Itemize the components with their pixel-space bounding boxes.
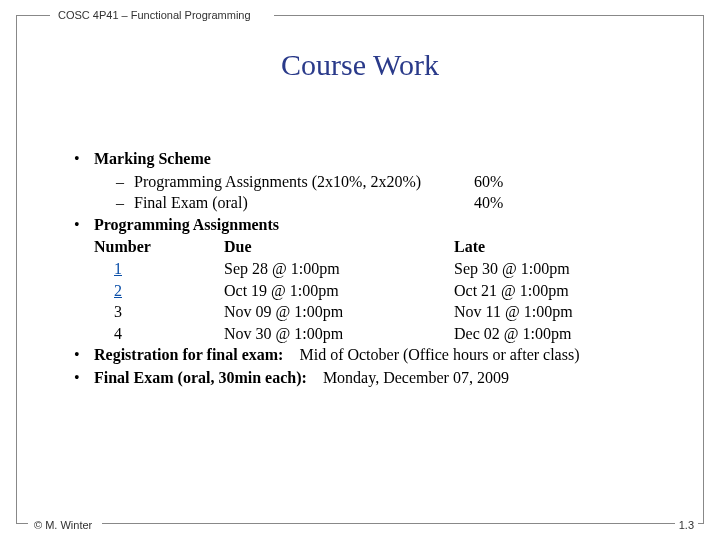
- col-header-due: Due: [224, 236, 454, 258]
- assignment-link[interactable]: 1: [114, 260, 122, 277]
- marking-heading: Marking Scheme: [94, 148, 672, 170]
- registration-label: Registration for final exam:: [94, 346, 283, 363]
- slide-number: 1.3: [675, 519, 698, 531]
- frame-line: [703, 15, 704, 524]
- scheme-item-pct: 40%: [474, 192, 503, 214]
- table-row: 4 Nov 30 @ 1:00pm Dec 02 @ 1:00pm: [94, 323, 672, 345]
- frame-line: [16, 15, 17, 524]
- col-header-late: Late: [454, 236, 672, 258]
- late-cell: Oct 21 @ 1:00pm: [454, 280, 672, 302]
- frame-line: [102, 523, 680, 524]
- due-cell: Nov 09 @ 1:00pm: [224, 301, 454, 323]
- bullet-icon: •: [72, 344, 94, 366]
- late-cell: Dec 02 @ 1:00pm: [454, 323, 672, 345]
- bullet-icon: •: [72, 214, 94, 236]
- frame-line: [16, 15, 50, 16]
- table-row: 2 Oct 19 @ 1:00pm Oct 21 @ 1:00pm: [94, 280, 672, 302]
- frame-line: [698, 523, 704, 524]
- table-row: 3 Nov 09 @ 1:00pm Nov 11 @ 1:00pm: [94, 301, 672, 323]
- registration-value: Mid of October (Office hours or after cl…: [299, 346, 579, 363]
- scheme-item-pct: 60%: [474, 171, 503, 193]
- assignment-link[interactable]: 2: [114, 282, 122, 299]
- due-cell: Oct 19 @ 1:00pm: [224, 280, 454, 302]
- scheme-item-label: Programming Assignments (2x10%, 2x20%): [134, 171, 474, 193]
- assignment-number: 3: [114, 303, 122, 320]
- assignment-number: 4: [114, 325, 122, 342]
- table-row: 1 Sep 28 @ 1:00pm Sep 30 @ 1:00pm: [94, 258, 672, 280]
- late-cell: Sep 30 @ 1:00pm: [454, 258, 672, 280]
- footer-copyright: © M. Winter: [30, 519, 96, 531]
- scheme-item-label: Final Exam (oral): [134, 192, 474, 214]
- slide-content: • Marking Scheme – Programming Assignmen…: [72, 148, 672, 390]
- assignments-heading: Programming Assignments: [94, 214, 672, 236]
- due-cell: Nov 30 @ 1:00pm: [224, 323, 454, 345]
- late-cell: Nov 11 @ 1:00pm: [454, 301, 672, 323]
- course-header: COSC 4P41 – Functional Programming: [54, 9, 255, 21]
- dash-icon: –: [116, 192, 134, 214]
- final-exam-value: Monday, December 07, 2009: [323, 369, 509, 386]
- final-exam-label: Final Exam (oral, 30min each):: [94, 369, 307, 386]
- dash-icon: –: [116, 171, 134, 193]
- frame-line: [16, 523, 28, 524]
- bullet-icon: •: [72, 148, 94, 170]
- col-header-number: Number: [94, 236, 224, 258]
- due-cell: Sep 28 @ 1:00pm: [224, 258, 454, 280]
- bullet-icon: •: [72, 367, 94, 389]
- frame-line: [274, 15, 704, 16]
- slide-title: Course Work: [0, 48, 720, 82]
